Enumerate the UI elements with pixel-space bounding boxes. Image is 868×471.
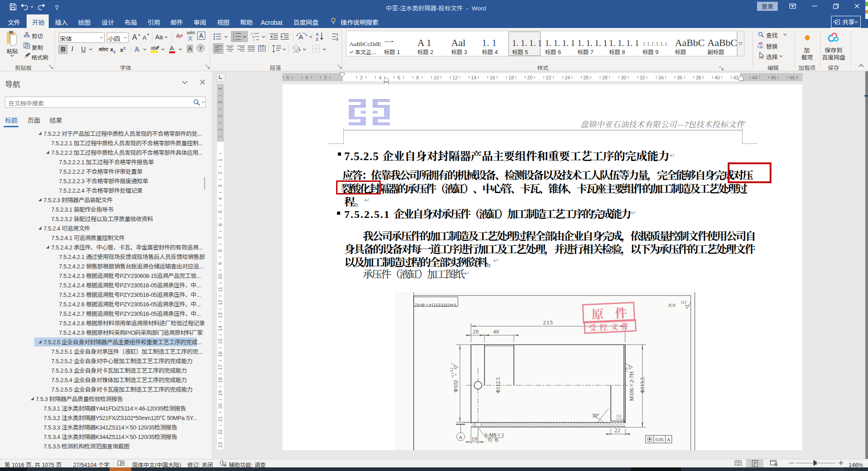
svg-text:26: 26: [583, 75, 589, 80]
svg-text:6: 6: [286, 75, 289, 80]
svg-text:2: 2: [324, 75, 327, 80]
svg-text:9: 9: [217, 262, 223, 265]
svg-text:34: 34: [658, 75, 664, 80]
svg-text:原: 原: [591, 305, 604, 323]
svg-text:14: 14: [471, 75, 476, 80]
svg-text:46: 46: [771, 75, 776, 80]
svg-text:A: A: [143, 34, 147, 41]
svg-text:2: 2: [360, 75, 363, 80]
svg-text:A: A: [316, 32, 319, 37]
svg-text:1: 1: [233, 32, 235, 35]
svg-text:1: 1: [251, 32, 253, 35]
svg-text:ab: ab: [151, 45, 156, 51]
svg-text:1.6: 1.6: [623, 368, 628, 372]
svg-text:a: a: [252, 35, 254, 38]
svg-text:28: 28: [602, 75, 607, 80]
svg-text:16: 16: [217, 351, 223, 357]
svg-text:8: 8: [217, 249, 223, 252]
svg-text:A: A: [132, 33, 137, 41]
svg-text:M106×2-7H: M106×2-7H: [627, 371, 635, 401]
svg-text:16: 16: [489, 75, 495, 80]
svg-text:0.05: 0.05: [656, 436, 664, 443]
svg-text:20: 20: [217, 403, 223, 409]
svg-text:7: 7: [217, 236, 223, 239]
svg-text:12: 12: [452, 75, 457, 80]
svg-text:1: 1: [217, 128, 223, 131]
svg-text:22: 22: [614, 426, 621, 434]
svg-text:受控文件: 受控文件: [588, 320, 632, 333]
svg-text:38: 38: [696, 75, 701, 80]
svg-text:20: 20: [473, 328, 479, 335]
svg-text:40: 40: [714, 75, 720, 80]
svg-text:3.2: 3.2: [449, 368, 454, 372]
svg-text:215: 215: [543, 318, 553, 326]
svg-text:10: 10: [217, 274, 223, 279]
svg-text:4: 4: [217, 198, 223, 200]
svg-text:11: 11: [217, 287, 223, 292]
svg-text:C2: C2: [617, 413, 621, 418]
svg-text:44: 44: [752, 75, 757, 80]
svg-text:4: 4: [217, 88, 223, 90]
svg-text:14: 14: [217, 326, 223, 331]
svg-text:均布: 均布: [488, 436, 501, 443]
svg-text:36: 36: [677, 75, 682, 80]
svg-text:10: 10: [471, 435, 478, 442]
svg-text:18: 18: [217, 377, 223, 383]
svg-text:13: 13: [217, 313, 223, 318]
svg-text:A: A: [299, 33, 303, 41]
svg-text:12: 12: [217, 300, 223, 305]
svg-text:30: 30: [621, 75, 626, 80]
svg-text:A: A: [170, 45, 174, 52]
svg-text:其余: 其余: [668, 302, 676, 308]
svg-text:3: 3: [233, 38, 235, 41]
svg-text:4: 4: [305, 75, 308, 80]
svg-text:15: 15: [217, 338, 223, 344]
svg-text:10: 10: [434, 75, 439, 80]
svg-text:A: A: [459, 433, 462, 440]
svg-text:22: 22: [546, 75, 551, 80]
svg-text:20: 20: [527, 75, 532, 80]
svg-text:32: 32: [639, 75, 645, 80]
svg-text:18: 18: [508, 75, 514, 80]
svg-text:12.5: 12.5: [681, 300, 687, 305]
svg-text:3: 3: [217, 101, 223, 104]
svg-text:Y441FD/ZS114×46-02: Y441FD/ZS114×46-02: [415, 302, 457, 309]
svg-text:6: 6: [397, 75, 400, 80]
svg-text:ac: ac: [759, 45, 764, 49]
svg-text:4: 4: [379, 75, 381, 80]
svg-text:i: i: [254, 38, 254, 41]
svg-text:23: 23: [217, 442, 223, 448]
svg-text:19: 19: [217, 390, 223, 396]
svg-text:Z: Z: [316, 37, 319, 42]
svg-text:40: 40: [493, 328, 499, 335]
svg-text:Φ112.5: Φ112.5: [494, 377, 501, 393]
svg-text:48: 48: [789, 75, 794, 80]
svg-text:30°: 30°: [592, 411, 600, 419]
svg-text:件: 件: [614, 303, 628, 321]
svg-text:2: 2: [233, 35, 235, 38]
svg-text:2: 2: [217, 115, 223, 117]
svg-text:6: 6: [217, 223, 223, 226]
svg-text:24: 24: [564, 75, 570, 80]
svg-text:8: 8: [416, 75, 419, 80]
svg-text:1: 1: [217, 159, 223, 162]
svg-text:Φ102: Φ102: [451, 380, 459, 392]
svg-text:21: 21: [217, 416, 223, 422]
svg-text:0: 0: [453, 374, 457, 375]
svg-text:3: 3: [217, 185, 223, 187]
svg-text:A: A: [667, 436, 670, 443]
svg-text:Φ113.5: Φ113.5: [638, 377, 646, 393]
svg-text:22: 22: [217, 429, 223, 434]
svg-text:17: 17: [217, 365, 223, 370]
svg-text:2: 2: [217, 171, 223, 174]
svg-text:5: 5: [217, 210, 223, 213]
